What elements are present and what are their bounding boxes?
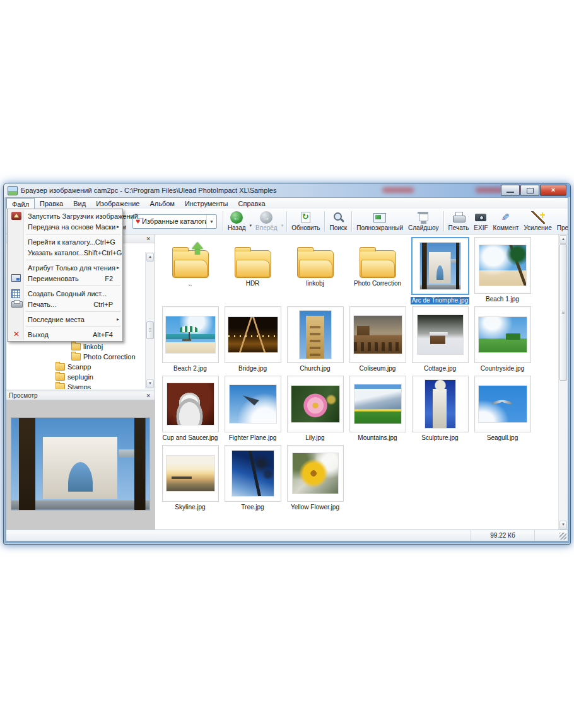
thumbnail-label: Cottage.jpg xyxy=(423,365,457,373)
close-button[interactable]: × xyxy=(540,185,566,196)
thumbnail-item[interactable]: Church.jpg xyxy=(284,306,346,375)
menu-item[interactable]: Передача на основе Маски▸ xyxy=(8,221,122,232)
minimize-button[interactable] xyxy=(501,185,520,196)
toolbar-button-convert[interactable]: Преобразовать xyxy=(554,210,568,233)
thumbnail-image xyxy=(354,316,402,354)
menu-item-label: Передача на основе Маски xyxy=(28,223,122,231)
toolbar-button-enhance[interactable]: Усиление xyxy=(521,210,554,233)
submenu-arrow-icon: ▸ xyxy=(117,316,119,322)
menu-item-label: Выход xyxy=(28,331,93,338)
chevron-down-icon[interactable]: ▼ xyxy=(206,215,216,228)
menu-item[interactable]: Указать каталог...Shift+Ctrl+G xyxy=(8,247,122,258)
thumbnail-item[interactable]: .. xyxy=(159,236,221,306)
maximize-button[interactable] xyxy=(520,185,539,196)
back-icon xyxy=(230,211,243,224)
menu-item[interactable]: Печать...Ctrl+P xyxy=(8,299,122,309)
rename-icon xyxy=(11,274,21,282)
favorites-combobox[interactable]: ♥Избранные каталоги▼ xyxy=(132,214,217,229)
resize-grip[interactable] xyxy=(534,530,568,541)
toolbar-button-slideshow[interactable]: Слайдшоу xyxy=(406,210,442,233)
thumbnail-item[interactable]: Lily.jpg xyxy=(284,375,346,444)
dropdown-arrow-icon[interactable]: ▾ xyxy=(249,214,254,228)
tree-item-stamps[interactable]: Stamps xyxy=(6,382,155,389)
toolbar-button-back[interactable]: Назад xyxy=(225,210,249,233)
thumbnail-item[interactable]: Beach 2.jpg xyxy=(159,306,221,375)
thumbnail-item[interactable]: Mountains.jpg xyxy=(346,375,409,444)
submenu-arrow-icon: ▸ xyxy=(117,265,119,270)
thumbnail-image xyxy=(420,243,460,289)
toolbar-button-refresh[interactable]: Обновить xyxy=(289,210,322,233)
menubar-item-2[interactable]: Правка xyxy=(35,198,68,209)
menu-bar: ФайлПравкаВидИзображениеАльбомИнструмент… xyxy=(6,198,568,209)
tree-item-linkobj[interactable]: linkobj xyxy=(6,342,155,352)
menubar-item-4[interactable]: Изображение xyxy=(91,198,144,209)
thumbnail-item[interactable]: Photo Correction xyxy=(346,236,409,306)
tree-close-icon[interactable]: ✕ xyxy=(144,236,152,242)
menu-icon-slot xyxy=(11,263,21,272)
folder-icon xyxy=(71,343,81,350)
thumbnail-frame xyxy=(287,445,344,502)
menubar-item-5[interactable]: Альбом xyxy=(144,198,179,209)
thumbnail-image xyxy=(167,383,214,425)
thumbnail-frame xyxy=(412,306,469,363)
thumbnail-label: .. xyxy=(187,280,194,287)
printer-icon xyxy=(11,301,23,308)
menu-item-label: Печать... xyxy=(28,301,93,308)
menu-item[interactable]: Последние места▸ xyxy=(8,314,122,325)
menu-item[interactable]: Создать Сводный лист... xyxy=(8,288,122,299)
thumbnail-label: Lily.jpg xyxy=(304,434,325,442)
menu-item[interactable]: Атрибут Только для чтения▸ xyxy=(8,262,122,273)
menubar-item-6[interactable]: Инструменты xyxy=(180,198,233,209)
folder-icon xyxy=(297,250,334,278)
toolbar-button-search[interactable]: Поиск xyxy=(327,210,349,233)
menu-item[interactable]: Перейти к каталогу...Ctrl+G xyxy=(8,236,122,247)
tree-scrollbar[interactable]: ▲ ▼ xyxy=(145,252,155,389)
thumbnail-item[interactable]: Sculpture.jpg xyxy=(409,375,471,444)
tree-item-seplugin[interactable]: seplugin xyxy=(6,372,155,382)
preview-close-icon[interactable]: ✕ xyxy=(144,393,152,399)
toolbar-button-print[interactable]: Печать xyxy=(446,210,472,233)
menu-icon-slot xyxy=(11,315,21,323)
menubar-item-3[interactable]: Вид xyxy=(68,198,91,209)
toolbar-separator xyxy=(351,211,352,231)
thumbnail-item[interactable]: Seagull.jpg xyxy=(471,375,534,444)
menu-item[interactable]: ✕ВыходAlt+F4 xyxy=(8,329,122,340)
thumbnail-item[interactable]: Yellow Flower.jpg xyxy=(284,444,346,514)
thumbnail-item[interactable]: HDR xyxy=(221,236,284,306)
scroll-up-icon[interactable]: ▲ xyxy=(559,235,567,244)
scroll-down-icon[interactable]: ▼ xyxy=(559,521,567,529)
menu-item[interactable]: ПереименоватьF2 xyxy=(8,273,122,284)
scroll-down-icon[interactable]: ▼ xyxy=(146,379,154,388)
thumbnail-label: Tree.jpg xyxy=(240,504,265,511)
thumbnail-item[interactable]: Cottage.jpg xyxy=(409,306,471,375)
thumbnail-item[interactable]: Arc de Triomphe.jpg xyxy=(409,236,471,306)
app-window: Браузер изображений cam2pc - C:\Program … xyxy=(3,183,571,545)
menubar-item-1[interactable]: Файл xyxy=(6,198,35,209)
thumbnail-item[interactable]: Cup and Saucer.jpg xyxy=(159,375,221,444)
thumbnail-scrollbar[interactable]: ▲ ▼ xyxy=(558,234,568,530)
tree-item-scanpp[interactable]: Scanpp xyxy=(6,362,155,372)
toolbar-button-comment[interactable]: Коммент xyxy=(491,210,522,233)
menubar-item-7[interactable]: Справка xyxy=(233,198,270,209)
thumbnail-item[interactable]: Bridge.jpg xyxy=(221,306,284,375)
thumbnail-item[interactable]: Fighter Plane.jpg xyxy=(221,375,284,444)
scroll-up-icon[interactable]: ▲ xyxy=(146,253,154,262)
thumbnail-item[interactable]: Skyline.jpg xyxy=(159,444,221,514)
tree-item-photo-correction[interactable]: Photo Correction xyxy=(6,352,155,362)
scrollbar-thumb[interactable] xyxy=(559,244,567,381)
scrollbar-thumb[interactable] xyxy=(146,321,154,339)
menu-item[interactable]: Запустить Загрузчик изображений... xyxy=(8,211,122,221)
thumbnail-item[interactable]: Coliseum.jpg xyxy=(346,306,409,375)
thumbnail-item[interactable]: Beach 1.jpg xyxy=(471,236,534,306)
menu-separator xyxy=(26,311,120,312)
thumbnail-frame xyxy=(474,376,531,432)
thumbnail-item[interactable]: Tree.jpg xyxy=(221,444,284,514)
toolbar-button-exif[interactable]: EXIF xyxy=(471,210,490,233)
folder-icon xyxy=(360,250,396,278)
thumbnail-item[interactable]: linkobj xyxy=(284,236,346,306)
toolbar-button-fullscreen[interactable]: Полноэкранный xyxy=(354,210,406,233)
title-bar[interactable]: Браузер изображений cam2pc - C:\Program … xyxy=(4,183,570,197)
parent-folder-icon xyxy=(172,250,209,278)
dropdown-arrow-icon: ▾ xyxy=(280,214,285,228)
thumbnail-item[interactable]: Countryside.jpg xyxy=(471,306,534,375)
